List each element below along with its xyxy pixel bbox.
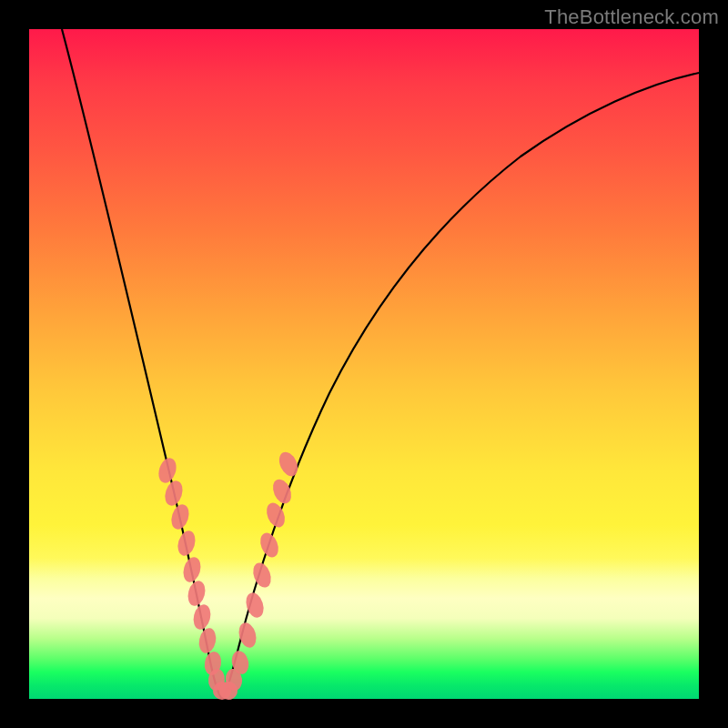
marker-dot: [156, 456, 179, 485]
marker-dot: [191, 602, 213, 632]
marker-dot: [180, 555, 203, 584]
chart-frame: TheBottleneck.com: [0, 0, 728, 728]
marker-group: [156, 450, 301, 700]
marker-dot: [263, 500, 288, 531]
bottleneck-curve: [62, 29, 699, 699]
chart-overlay: [29, 29, 699, 699]
marker-dot: [186, 579, 208, 608]
marker-dot: [162, 479, 186, 508]
marker-dot: [250, 561, 274, 590]
marker-dot: [257, 531, 281, 561]
watermark-text: TheBottleneck.com: [544, 5, 719, 29]
marker-dot: [168, 502, 192, 531]
marker-dot: [197, 626, 217, 654]
marker-dot: [175, 529, 197, 558]
